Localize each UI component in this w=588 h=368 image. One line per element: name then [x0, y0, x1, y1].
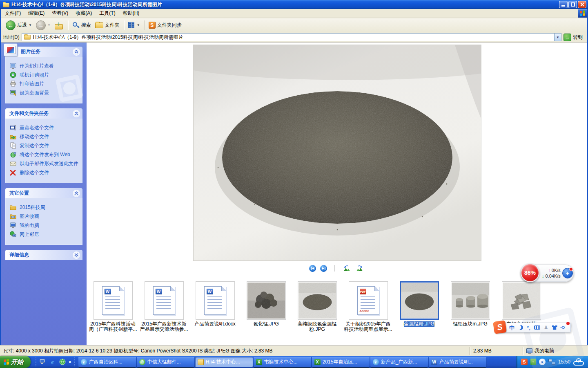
folder-sync-button[interactable]: S 文件夹同步 [147, 21, 184, 29]
account-icon[interactable]: ♟ [544, 325, 548, 330]
go-button[interactable]: → 转到 [564, 34, 585, 41]
task-publish-file-web[interactable]: 将这个文件发布到 Web [10, 152, 79, 158]
up-button[interactable]: ↑ [53, 20, 66, 30]
taskbar-buttons: e 广西自治区科... @ 中信大锰邮件... H:\4-技术中心... X 韦… [78, 357, 516, 367]
collapse-chevron-icon[interactable] [73, 48, 80, 56]
photo-lumps [247, 283, 285, 319]
start-button[interactable]: 开始 [0, 356, 31, 368]
menu-edit[interactable]: 编辑(E) [24, 9, 48, 18]
browser-app-icon[interactable] [59, 359, 66, 366]
thumbnail-doc-2[interactable]: W 2015年广西新技术新产品展示交流活动参... [138, 281, 189, 332]
other-places-header[interactable]: 其它位置 [5, 188, 82, 198]
place-my-computer[interactable]: 我的电脑 [10, 222, 79, 229]
views-button[interactable]: ▼ [126, 21, 142, 29]
task-button-excel-1[interactable]: X 韦慷技术中心... [254, 357, 311, 367]
views-dropdown-icon[interactable]: ▼ [137, 23, 140, 27]
rotate-clockwise-button[interactable] [355, 265, 364, 272]
thumbnail-photo-gaochunji[interactable]: 高纯级脱氢金属锰粉.JPG [292, 281, 343, 332]
title-bar: H:\4-技术中心\（1-9）各项科技活动\2015科技周\科技活动周所需图片 [0, 0, 588, 9]
task-view-as-slideshow[interactable]: 作为幻灯片查看 [10, 63, 79, 69]
search-button[interactable]: 搜索 [70, 21, 93, 30]
task-button-explorer-active[interactable]: H:\4-技术中心... [195, 357, 253, 367]
task-button-mail[interactable]: @ 中信大锰邮件... [137, 357, 194, 367]
thumbnail-photo-jinshumengfen-selected[interactable]: 金属锰粉.JPG [394, 281, 445, 332]
menu-tools[interactable]: 工具(T) [96, 9, 119, 18]
security-speed-widget[interactable]: 86% ↑0K/s ↓0.04K/s + [521, 265, 574, 282]
menu-file[interactable]: 文件(F) [1, 9, 24, 18]
copy-icon [10, 142, 17, 149]
minimize-button[interactable] [559, 1, 568, 8]
task-delete-file[interactable]: 删除这个文件 [10, 170, 79, 176]
thumbnail-doc-3[interactable]: W 产品简要说明.docx [189, 281, 241, 332]
expand-chevron-icon[interactable] [73, 251, 80, 259]
order-prints-icon [10, 72, 17, 78]
back-dropdown-icon[interactable]: ▼ [29, 23, 32, 27]
quick-launch-overflow-chevron[interactable]: » [69, 359, 71, 365]
folder-icon [3, 2, 9, 7]
photo-powder-pile [298, 283, 336, 319]
show-desktop-icon[interactable] [39, 359, 46, 366]
picture-tasks-header[interactable]: 图片任务 [5, 47, 82, 57]
address-dropdown-button[interactable]: ▼ [554, 34, 561, 41]
address-input[interactable]: H:\4-技术中心\（1-9）各项科技活动\2015科技周\科技活动周所需图片 … [22, 33, 561, 41]
task-button-ie-guangxi[interactable]: e 广西自治区科... [78, 357, 136, 367]
thumbnail-pdf[interactable]: PDFAdobe 关于组织2015年广西科技活动周重点展示... [343, 281, 394, 332]
address-label: 地址(D) [3, 34, 20, 41]
soft-keyboard-icon[interactable] [534, 325, 540, 330]
notification-dot [566, 322, 570, 325]
picture-tasks-panel: 图片任务 作为幻灯片查看 联机订购照片 打印该图片 [5, 47, 82, 103]
back-button[interactable]: ← 后退 ▼ [4, 20, 34, 31]
collapse-chevron-icon[interactable] [73, 110, 80, 117]
task-rename-file[interactable]: 重命名这个文件 [10, 125, 79, 131]
folders-icon [95, 22, 103, 28]
menu-help[interactable]: 帮助(H) [119, 9, 143, 18]
input-mode-chinese[interactable]: 中 [509, 325, 514, 330]
navigation-toolbar: ← 后退 ▼ → ▼ ↑ 搜索 文件夹 ▼ S 文件夹同步 [1, 18, 587, 32]
thumbnail-doc-1[interactable]: W 2015年广西科技活动周（广西科技创新平... [87, 281, 138, 332]
ie-icon: e [373, 359, 379, 365]
photo-powder-pile [401, 283, 438, 319]
task-pane-sidebar: 图片任务 作为幻灯片查看 联机订购照片 打印该图片 [1, 43, 87, 346]
details-header[interactable]: 详细信息 [5, 250, 82, 260]
delete-icon [10, 169, 17, 176]
forward-dropdown-icon: ▼ [47, 23, 51, 27]
status-file-size: 2.83 MB [470, 347, 523, 355]
thumbnail-photo-mengluyakuai[interactable]: 锰铝压块m.JPG [445, 281, 496, 332]
skin-icon[interactable] [552, 325, 557, 330]
task-button-ie-newproduct[interactable]: e 新产品_广西新... [370, 357, 428, 367]
thumbnail-photo-danhuameng[interactable]: 氮化锰.JPG [241, 281, 292, 332]
settings-wrench-icon[interactable]: ⚲ [560, 326, 566, 330]
menu-favorites[interactable]: 收藏(A) [72, 9, 96, 18]
sogou-input-toolbar[interactable]: S 中 °, ♟ ⚲ [495, 323, 571, 332]
mail-app-icon: @ [139, 359, 145, 365]
place-my-pictures[interactable]: 图片收藏 [10, 213, 79, 220]
rotate-counterclockwise-button[interactable] [342, 265, 351, 272]
sogou-logo-icon[interactable]: S [493, 320, 507, 334]
punctuation-icon[interactable]: °, [527, 325, 530, 330]
internet-explorer-icon[interactable]: e [49, 359, 56, 366]
folders-button[interactable]: 文件夹 [93, 21, 122, 29]
preview-image-manganese-powder[interactable] [194, 45, 481, 260]
place-2015-tech-week[interactable]: 2015科技周 [10, 204, 79, 211]
health-score-ball[interactable]: 86% [521, 263, 539, 282]
task-button-excel-2[interactable]: X 2015年自治区... [312, 357, 370, 367]
accelerator-ball-icon[interactable]: + [562, 268, 573, 278]
desktop-background-icon [10, 90, 17, 96]
menu-view[interactable]: 查看(V) [48, 9, 72, 18]
move-icon [10, 133, 17, 140]
task-copy-file[interactable]: 复制这个文件 [10, 143, 79, 149]
file-folder-tasks-header[interactable]: 文件和文件夹任务 [5, 108, 82, 119]
task-email-file[interactable]: 以电子邮件形式发送此文件 [10, 161, 79, 167]
task-move-file[interactable]: 移动这个文件 [10, 134, 79, 140]
restore-button[interactable] [568, 1, 577, 8]
sogou-tray-icon[interactable]: S [521, 359, 528, 365]
fullwidth-moon-icon[interactable] [517, 324, 523, 330]
close-button[interactable] [578, 1, 586, 8]
task-button-word[interactable]: W 产品简要说明... [429, 357, 486, 367]
place-network[interactable]: 网上邻居 [10, 231, 79, 238]
next-image-button[interactable] [320, 265, 327, 272]
previous-image-button[interactable] [309, 265, 316, 272]
forward-button[interactable]: → ▼ [34, 20, 53, 31]
publish-web-icon [10, 151, 17, 158]
collapse-chevron-icon[interactable] [73, 190, 80, 197]
